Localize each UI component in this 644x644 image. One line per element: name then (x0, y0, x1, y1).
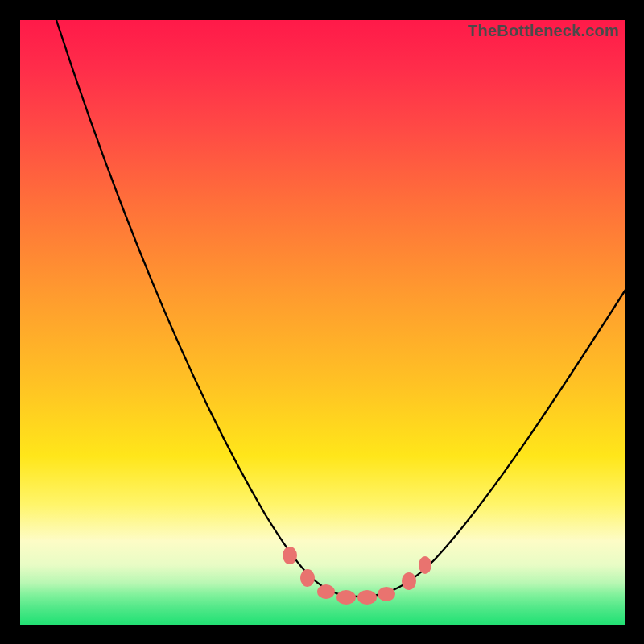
gradient-plot-area: TheBottleneck.com (20, 20, 625, 625)
watermark-label: TheBottleneck.com (468, 22, 619, 40)
